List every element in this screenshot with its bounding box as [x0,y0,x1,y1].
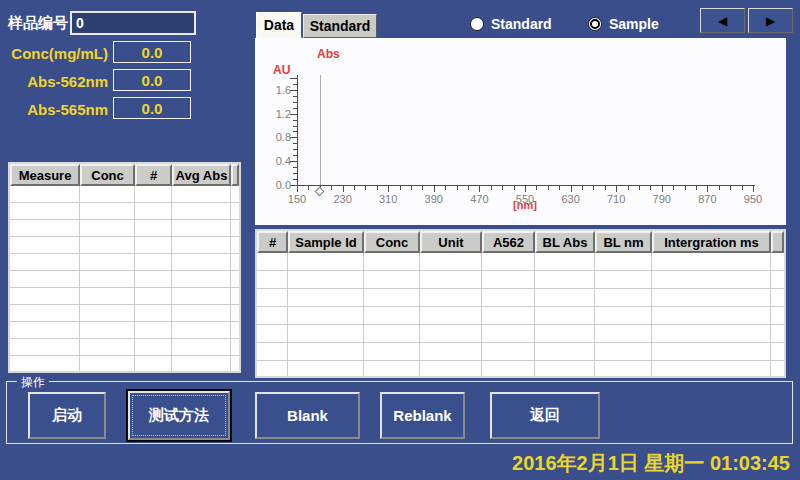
table-cell [595,361,652,378]
table-cell [771,253,784,270]
tab-standard[interactable]: Standard [303,14,377,38]
x-tick [730,186,731,190]
table-cell [595,289,652,306]
x-tick-label: 950 [738,193,768,205]
column-header [231,164,239,186]
arrow-right-icon: ▶ [766,14,775,28]
table-cell [80,220,135,236]
table-row [10,356,239,373]
y-tick-label: 0.0 [267,179,291,191]
wavelength-marker-handle[interactable] [314,187,324,197]
prev-button[interactable]: ◀ [700,8,745,33]
return-button[interactable]: 返回 [490,392,600,439]
y-tick [293,155,297,156]
table-cell [535,307,595,324]
table-cell [172,322,231,338]
table-cell [172,356,231,372]
table-row [257,271,784,289]
x-tick [411,186,412,190]
measure-table[interactable]: MeasureConc#Avg Abs [8,162,241,373]
table-cell [135,339,172,355]
results-table[interactable]: #Sample IdConcUnitA562BL AbsBL nmIntergr… [255,229,786,378]
x-tick [753,186,754,192]
x-tick [525,186,526,192]
column-header: Conc [80,164,135,186]
x-tick [650,186,651,190]
table-cell [257,307,288,324]
method-button[interactable]: 测试方法 [126,389,232,442]
table-cell [10,288,80,304]
next-button[interactable]: ▶ [748,8,793,33]
x-tick [616,186,617,192]
table-body [10,186,239,373]
sample-id-input[interactable] [70,11,196,35]
table-cell [80,271,135,287]
radio-standard[interactable]: Standard [470,14,552,34]
table-cell [288,361,364,378]
table-cell [172,237,231,253]
table-cell [535,325,595,342]
table-cell [257,325,288,342]
table-cell [364,253,420,270]
table-cell [231,288,239,304]
x-tick-label: 790 [647,193,677,205]
instrument-screen: 样品编号 Conc(mg/mL) 0.0 Abs-562nm 0.0 Abs-5… [0,0,800,480]
x-tick [662,186,663,192]
x-tick [479,186,480,192]
column-header: Conc [364,231,420,253]
table-cell [257,289,288,306]
table-cell [595,253,652,270]
table-cell [135,288,172,304]
x-tick [400,186,401,190]
table-cell [420,271,482,288]
x-tick [548,186,549,190]
table-cell [595,271,652,288]
radio-sample[interactable]: Sample [588,14,659,34]
table-cell [10,203,80,219]
x-tick-label: 310 [373,193,403,205]
table-cell [288,289,364,306]
table-cell [10,237,80,253]
table-cell [535,343,595,360]
sample-id-label: 样品编号 [8,14,68,33]
table-cell [80,186,135,202]
x-tick-label: 150 [282,193,312,205]
table-cell [80,237,135,253]
x-tick [354,186,355,190]
x-tick [331,186,332,190]
radio-icon [588,17,602,31]
start-button[interactable]: 启动 [28,392,106,439]
y-tick [293,131,297,132]
x-tick [605,186,606,190]
y-axis-line [297,75,298,186]
y-tick-label: 1.2 [267,108,291,120]
table-cell [135,356,172,372]
table-cell [420,307,482,324]
table-cell [135,186,172,202]
operations-legend: 操作 [17,374,49,391]
x-tick [434,186,435,192]
y-tick-label: 0.8 [267,131,291,143]
table-cell [482,289,535,306]
table-cell [172,305,231,321]
y-tick [290,185,297,186]
y-tick [293,126,297,127]
table-cell [652,271,771,288]
y-tick [293,179,297,180]
x-tick [457,186,458,190]
x-tick [514,186,515,190]
column-header: Sample Id [288,231,364,253]
reblank-button[interactable]: Reblank [380,392,465,439]
y-tick-label: 1.6 [267,84,291,96]
y-tick [293,96,297,97]
table-cell [10,271,80,287]
tab-data[interactable]: Data [256,12,302,38]
table-cell [595,325,652,342]
table-cell [652,343,771,360]
arrow-left-icon: ◀ [718,14,727,28]
table-cell [231,203,239,219]
table-row [10,254,239,271]
blank-button[interactable]: Blank [255,392,360,439]
table-cell [231,339,239,355]
column-header: BL nm [595,231,652,253]
